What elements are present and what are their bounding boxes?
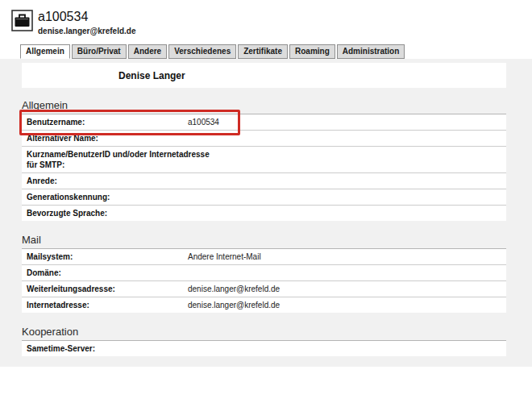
section-rows-kooperation: Sametime-Server:	[22, 341, 506, 356]
field-row-alternativer-name: Alternativer Name:	[22, 131, 506, 147]
field-label: Bevorzugte Sprache:	[27, 208, 188, 218]
field-row-sametime-server: Sametime-Server:	[22, 341, 506, 356]
field-label: Benutzername:	[27, 117, 188, 127]
person-name: Denise Langer	[118, 70, 185, 81]
section-rows-mail: Mailsystem: Andere Internet-Mail Domäne:…	[22, 249, 506, 313]
section-header-allgemein: Allgemein	[22, 99, 506, 114]
field-row-internetadresse: Internetadresse: denise.langer@krefeld.d…	[22, 297, 506, 313]
briefcase-icon	[11, 10, 33, 31]
tab-bar: Allgemein Büro/Privat Andere Verschieden…	[20, 44, 405, 59]
tab-andere[interactable]: Andere	[128, 44, 167, 59]
field-label: Internetadresse:	[27, 300, 188, 310]
field-value: Andere Internet-Mail	[188, 251, 261, 262]
field-label: Domäne:	[27, 268, 188, 278]
tab-roaming[interactable]: Roaming	[289, 44, 335, 59]
field-value: denise.langer@krefeld.de	[188, 300, 280, 310]
field-label: Alternativer Name:	[27, 133, 188, 143]
field-label: Generationskennung:	[27, 192, 188, 202]
field-row-anrede: Anrede:	[22, 173, 506, 189]
field-row-benutzername: Benutzername: a100534	[22, 114, 506, 131]
field-row-kurzname-smtp: Kurzname/BenutzerID und/oder Internetadr…	[22, 147, 506, 173]
field-row-mailsystem: Mailsystem: Andere Internet-Mail	[22, 249, 506, 265]
tab-allgemein[interactable]: Allgemein	[20, 44, 70, 59]
document-header: a100534 denise.langer@krefeld.de	[11, 10, 135, 35]
field-label: Kurzname/BenutzerID und/oder Internetadr…	[27, 149, 188, 170]
field-label: Weiterleitungsadresse:	[27, 284, 188, 294]
page-title: a100534	[38, 10, 135, 24]
field-label: Anrede:	[27, 176, 188, 186]
tab-zertifikate[interactable]: Zertifikate	[238, 44, 288, 59]
tab-buero-privat[interactable]: Büro/Privat	[72, 44, 127, 59]
tab-verschiedenes[interactable]: Verschiedenes	[168, 44, 236, 59]
field-row-weiterleitungsadresse: Weiterleitungsadresse: denise.langer@kre…	[22, 281, 506, 297]
field-row-domaene: Domäne:	[22, 265, 506, 281]
user-email: denise.langer@krefeld.de	[38, 27, 135, 35]
section-header-kooperation: Kooperation	[22, 326, 506, 341]
name-banner: Denise Langer	[22, 63, 506, 88]
field-label: Sametime-Server:	[27, 343, 188, 354]
section-header-mail: Mail	[22, 234, 506, 249]
section-rows-allgemein: Benutzername: a100534 Alternativer Name:…	[22, 114, 506, 221]
field-row-bevorzugte-sprache: Bevorzugte Sprache:	[22, 206, 506, 221]
field-value: denise.langer@krefeld.de	[188, 284, 280, 294]
field-label: Mailsystem:	[27, 251, 188, 262]
field-value: a100534	[188, 117, 219, 127]
document-body: Denise Langer Allgemein Benutzername: a1…	[0, 59, 532, 367]
tab-administration[interactable]: Administration	[337, 44, 405, 59]
field-row-generationskennung: Generationskennung:	[22, 189, 506, 206]
